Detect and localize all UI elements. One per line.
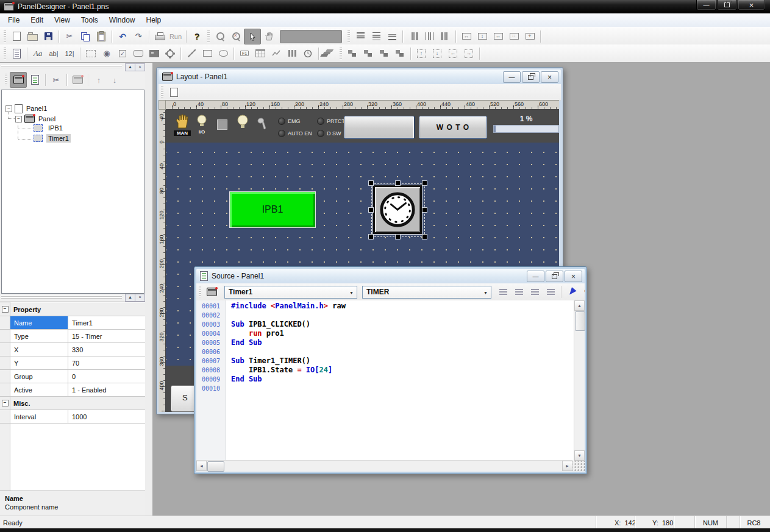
function-key-button[interactable]: F1 bbox=[237, 46, 252, 61]
property-name[interactable]: X bbox=[10, 343, 68, 356]
grip-handle[interactable] bbox=[340, 48, 342, 60]
align-bottom-button[interactable] bbox=[384, 29, 400, 44]
led-auto-en[interactable]: AUTO EN bbox=[278, 130, 312, 137]
led-d-sw[interactable]: D SW bbox=[317, 130, 341, 137]
tool-indicator[interactable] bbox=[257, 116, 268, 134]
timer-button[interactable] bbox=[300, 46, 316, 61]
resize-handle[interactable] bbox=[422, 181, 427, 185]
code-line[interactable]: End Sub bbox=[231, 375, 574, 384]
indent4-button[interactable] bbox=[543, 285, 558, 299]
space-v1-button[interactable] bbox=[413, 46, 429, 61]
grip-handle[interactable] bbox=[161, 86, 163, 98]
align-left-button[interactable] bbox=[405, 29, 421, 44]
grip-handle[interactable] bbox=[207, 30, 210, 43]
center-both-button[interactable] bbox=[522, 29, 538, 44]
copy-button[interactable] bbox=[77, 29, 93, 44]
layers-button[interactable] bbox=[321, 46, 337, 61]
tree-item-panel[interactable]: Panel bbox=[38, 115, 55, 122]
woto-button[interactable]: W O T O bbox=[419, 116, 487, 139]
code-editor[interactable]: 0000100002000030000400005000060000700008… bbox=[196, 300, 585, 461]
blank-strip-button[interactable] bbox=[344, 116, 415, 139]
menu-tools[interactable]: Tools bbox=[76, 14, 104, 27]
textbox-button[interactable]: ab| bbox=[46, 46, 62, 61]
same-width-button[interactable] bbox=[458, 29, 474, 44]
grip-handle[interactable] bbox=[4, 30, 6, 43]
checkbox-button[interactable] bbox=[115, 46, 130, 61]
resize-grip[interactable] bbox=[572, 461, 585, 472]
zorder-forward-button[interactable] bbox=[376, 46, 392, 61]
resize-handle[interactable] bbox=[396, 235, 400, 239]
panel-view-button[interactable] bbox=[10, 72, 27, 88]
grab-handle[interactable] bbox=[1, 65, 122, 68]
zorder-front-button[interactable] bbox=[344, 46, 360, 61]
label-text-button[interactable]: Aa bbox=[30, 46, 46, 61]
grab-handle[interactable] bbox=[1, 296, 122, 299]
align-right-button[interactable] bbox=[437, 29, 453, 44]
cut-button[interactable]: ✂ bbox=[62, 29, 77, 44]
vertical-scrollbar[interactable]: ▲ ▼ bbox=[574, 300, 585, 461]
close-button[interactable]: × bbox=[738, 0, 765, 10]
draw-ellipse-button[interactable] bbox=[215, 46, 231, 61]
color-box[interactable] bbox=[280, 30, 342, 43]
event-combobox[interactable]: TIMER ▼ bbox=[362, 286, 491, 299]
move-up-button[interactable]: ↑ bbox=[91, 73, 107, 87]
timer1-widget[interactable] bbox=[373, 185, 422, 234]
radio-button-button[interactable]: ◉ bbox=[99, 46, 115, 61]
property-name[interactable]: Y bbox=[10, 356, 68, 369]
resize-handle[interactable] bbox=[396, 181, 400, 185]
resize-handle[interactable] bbox=[422, 208, 427, 212]
same-height-button[interactable] bbox=[474, 29, 490, 44]
restore-button[interactable] bbox=[546, 271, 563, 282]
redo-button[interactable]: ↷ bbox=[130, 29, 146, 44]
minimize-button[interactable]: — bbox=[503, 71, 521, 83]
print-button[interactable] bbox=[152, 29, 168, 44]
collapse-icon[interactable]: − bbox=[2, 400, 9, 406]
io-indicator[interactable]: I/O bbox=[196, 115, 208, 135]
data-grid-button[interactable] bbox=[252, 46, 268, 61]
led-emg[interactable]: EMG bbox=[278, 118, 301, 125]
property-value[interactable]: 1 - Enabled bbox=[68, 383, 145, 396]
property-name[interactable]: Active bbox=[10, 383, 68, 396]
property-name[interactable]: Name bbox=[10, 316, 68, 329]
collapse-icon[interactable]: − bbox=[2, 306, 9, 313]
pan-hand-button[interactable] bbox=[261, 29, 277, 44]
run-button[interactable]: Run bbox=[168, 29, 184, 44]
property-value[interactable]: 0 bbox=[68, 370, 145, 383]
minimize-button[interactable]: — bbox=[696, 0, 716, 10]
menu-help[interactable]: Help bbox=[141, 14, 167, 27]
move-down-button[interactable]: ↓ bbox=[107, 73, 123, 87]
code-line[interactable]: #include <PanelMain.h> raw bbox=[231, 302, 574, 311]
group-box-button[interactable] bbox=[83, 46, 99, 61]
macro1-button[interactable]: % bbox=[580, 285, 585, 299]
property-value[interactable]: 330 bbox=[68, 343, 145, 356]
resize-handle[interactable] bbox=[369, 235, 373, 239]
property-value[interactable]: 1000 bbox=[68, 410, 145, 423]
man-indicator[interactable]: MAN bbox=[174, 113, 191, 136]
menu-file[interactable]: File bbox=[2, 14, 25, 27]
scroll-down-button[interactable]: ▼ bbox=[574, 450, 585, 461]
pane-close-button[interactable]: × bbox=[135, 294, 145, 302]
scroll-up-button[interactable]: ▲ bbox=[574, 300, 585, 311]
component-tree[interactable]: − Panel1 − Panel IPB1Timer1 bbox=[1, 90, 144, 294]
expand-collapse-icon[interactable]: − bbox=[5, 105, 12, 112]
paste-button[interactable] bbox=[93, 29, 109, 44]
zorder-backward-button[interactable] bbox=[392, 46, 408, 61]
lamp-indicator[interactable] bbox=[237, 115, 249, 132]
align-center-button[interactable] bbox=[421, 29, 437, 44]
zorder-back-button[interactable] bbox=[360, 46, 376, 61]
property-grab-bar[interactable]: ▲ × bbox=[0, 293, 145, 301]
property-value[interactable]: Timer1 bbox=[68, 316, 145, 329]
object-combobox[interactable]: Timer1 ▼ bbox=[224, 286, 357, 299]
align-middle-button[interactable] bbox=[368, 29, 384, 44]
explorer-grab-bar[interactable]: ▲ × bbox=[0, 63, 145, 71]
open-button[interactable] bbox=[24, 29, 40, 44]
new-page-button[interactable] bbox=[166, 85, 182, 99]
tree-item-panel1[interactable]: Panel1 bbox=[26, 105, 47, 112]
line-chart-button[interactable] bbox=[268, 46, 284, 61]
size-grid-button[interactable] bbox=[506, 29, 522, 44]
component-list-button[interactable] bbox=[9, 46, 24, 61]
same-size-button[interactable] bbox=[490, 29, 506, 44]
close-button[interactable]: × bbox=[565, 271, 582, 282]
indent1-button[interactable] bbox=[495, 285, 511, 299]
restore-button[interactable] bbox=[717, 0, 737, 10]
